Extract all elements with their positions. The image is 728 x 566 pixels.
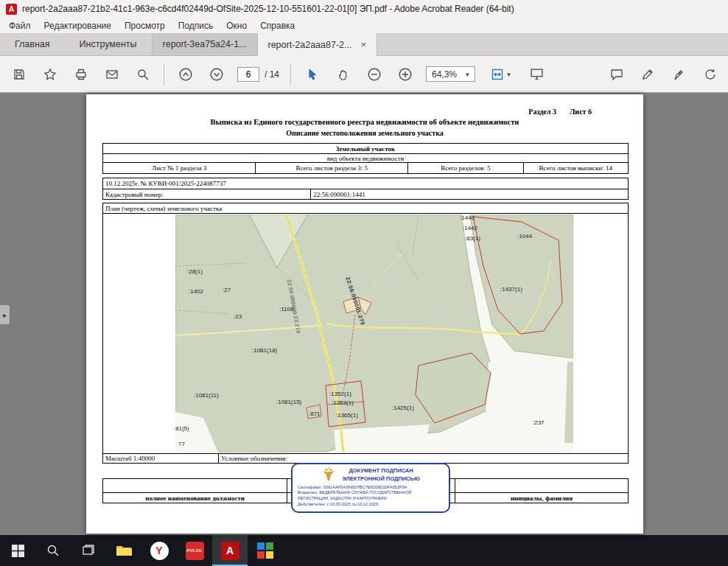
task-view-button[interactable] [71, 535, 106, 566]
map-parcel-label: :1440 [460, 215, 475, 221]
pdf-page: Раздел 3 Лист 6 Выписка из Единого госуд… [86, 94, 643, 534]
selection-tool-button[interactable] [302, 64, 322, 84]
search-icon [136, 68, 150, 81]
object-type-row: Земельный участок [103, 144, 628, 153]
email-button[interactable] [102, 64, 122, 84]
legend-label: Условные обозначения: [219, 454, 628, 463]
map-parcel-label: :1425(1) [392, 405, 414, 411]
sheet-summary-cell: Всего листов выписки: 14 [523, 163, 628, 173]
title-bar: A report-2a2aaa87-21b2-41c1-963e-c6cd4f0… [0, 0, 728, 18]
chevron-down-icon: ▾ [507, 71, 511, 78]
toolbar: / 14 64,3% ▾ ▾ [0, 56, 728, 93]
plan-section: План (чертеж, схема) земельного участка [102, 203, 629, 464]
navigation-pane-toggle[interactable]: ▸ [0, 305, 10, 324]
print-icon [74, 68, 88, 81]
print-button[interactable] [71, 64, 91, 84]
star-icon [43, 68, 57, 81]
cursor-icon [306, 68, 319, 81]
digital-signature-stamp: ДОКУМЕНТ ПОДПИСАН ЭЛЕКТРОННОЙ ПОДПИСЬЮ С… [291, 463, 450, 513]
object-type-table: Земельный участок вид объекта недвижимос… [102, 143, 629, 174]
scale-label: Масштаб 1:40000 [103, 454, 219, 463]
next-page-button[interactable] [206, 64, 226, 84]
section-label: Раздел 3 [528, 108, 556, 116]
arrow-up-circle-icon [178, 67, 193, 82]
toolbar-separator [290, 63, 291, 85]
taskbar-search-button[interactable] [35, 535, 71, 566]
zoom-out-button[interactable] [364, 64, 384, 84]
sheet-summary-cell: Лист № 1 раздела 3 [103, 163, 255, 173]
hand-icon [337, 68, 350, 81]
media-app-icon [257, 542, 273, 559]
menu-window[interactable]: Окно [226, 21, 247, 31]
tab-tools[interactable]: Инструменты [65, 33, 152, 55]
comment-button[interactable] [606, 64, 626, 84]
menu-edit[interactable]: Редактирование [44, 21, 111, 31]
tab-document-1-label: report-3ea75a24-1... [163, 39, 247, 49]
map-parcel-label: :28(1) [187, 269, 203, 275]
search-icon [46, 544, 60, 557]
menu-file[interactable]: Файл [9, 21, 31, 31]
map-parcel-label: :1402 [189, 289, 203, 295]
more-tools-button[interactable] [699, 64, 719, 84]
stamp-title-line1: ДОКУМЕНТ ПОДПИСАН [342, 467, 419, 475]
menu-view[interactable]: Просмотр [125, 21, 165, 31]
acrobat-icon: A [221, 542, 239, 560]
pencil-icon [641, 68, 654, 81]
map-parcel-label: :237 [533, 420, 545, 426]
object-type: Земельный участок [336, 145, 395, 153]
map-parcel-label: :1081(18) [252, 348, 277, 354]
pulse-app-button[interactable]: PULSE [177, 535, 212, 566]
document-title: Выписка из Единого государственного реес… [86, 118, 643, 126]
hand-tool-button[interactable] [333, 64, 353, 84]
certificates-button[interactable] [668, 64, 688, 84]
tab-close-icon[interactable]: × [360, 39, 366, 50]
arrow-down-circle-icon [209, 67, 224, 82]
plan-footer: Масштаб 1:40000 Условные обозначения: [103, 453, 628, 463]
start-button[interactable] [0, 535, 35, 566]
menu-bar: Файл Редактирование Просмотр Подпись Окн… [0, 18, 728, 33]
favorites-star-button[interactable] [40, 64, 60, 84]
yandex-browser-button[interactable]: Y [141, 535, 177, 566]
stamp-title-line2: ЭЛЕКТРОННОЙ ПОДПИСЬЮ [342, 475, 419, 483]
file-explorer-button[interactable] [106, 535, 141, 566]
map-parcel-label: :1081(15) [276, 399, 301, 405]
save-button[interactable] [9, 64, 29, 84]
zoom-level-select[interactable]: 64,3% ▾ [426, 66, 475, 82]
tab-document-1[interactable]: report-3ea75a24-1... [152, 33, 257, 55]
windows-logo-icon [12, 545, 24, 557]
plan-header: План (чертеж, схема) земельного участка [103, 203, 628, 214]
find-button[interactable] [133, 64, 153, 84]
page-total-label: / 14 [265, 69, 279, 80]
map-parcel-label: 77 [178, 441, 185, 447]
toolbar-separator [164, 63, 164, 85]
signature-cell [455, 479, 628, 492]
document-subtitle: Описание местоположения земельного участ… [86, 129, 643, 137]
page-header-right: Раздел 3 Лист 6 [528, 108, 592, 116]
menu-sign[interactable]: Подпись [178, 21, 214, 31]
map-parcel-label: :23 [234, 314, 242, 320]
previous-page-button[interactable] [175, 64, 195, 84]
stamp-titles: ДОКУМЕНТ ПОДПИСАН ЭЛЕКТРОННОЙ ПОДПИСЬЮ [342, 467, 419, 483]
map-parcel-label: :1353(1) [332, 400, 354, 406]
fit-options-button[interactable]: ▾ [486, 64, 516, 84]
chevron-right-icon: ▸ [3, 311, 7, 319]
menu-help[interactable]: Справка [260, 21, 295, 31]
fill-sign-button[interactable] [637, 64, 657, 84]
acrobat-taskbar-button[interactable]: A [212, 535, 248, 566]
tab-document-2[interactable]: report-2a2aaa87-2... × [257, 33, 378, 56]
zoom-in-button[interactable] [395, 64, 415, 84]
date-number-row: 10.12.2025г. № КУВИ-001/2025-224087737 [103, 178, 628, 189]
media-app-button[interactable] [248, 535, 283, 566]
presentation-mode-button[interactable] [527, 64, 547, 84]
tab-home[interactable]: Главная [0, 33, 65, 55]
map-drawing [175, 214, 573, 453]
map-parcel-label: :1081(11) [194, 393, 219, 399]
stamp-owner: Владелец: ФЕДЕРАЛЬНАЯ СЛУЖБА ГОСУДАРСТВЕ… [298, 490, 444, 502]
document-area: ▸ Раздел 3 Лист 6 Выписка из Единого гос… [0, 93, 728, 535]
page-number-input[interactable] [237, 67, 259, 82]
map-parcel-label: :1437(1) [500, 287, 522, 293]
minus-circle-icon [367, 67, 382, 82]
monitor-icon [530, 67, 544, 81]
map-parcel-label: :1352(1) [329, 391, 351, 397]
yandex-browser-icon: Y [150, 542, 169, 560]
